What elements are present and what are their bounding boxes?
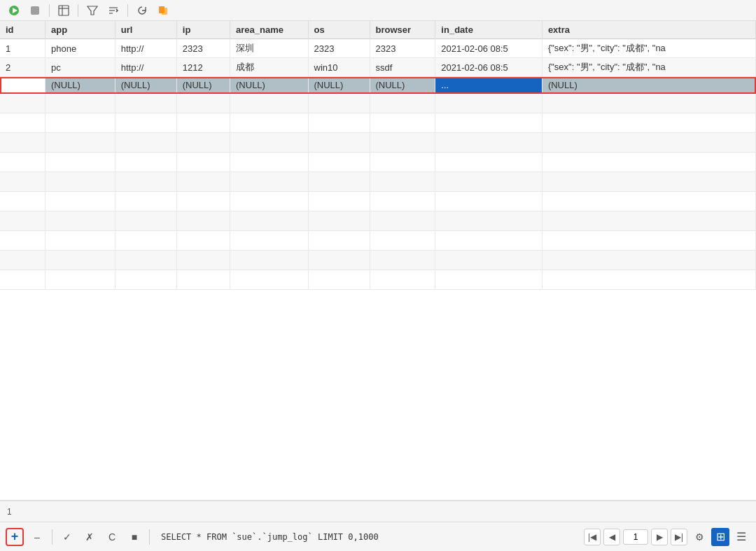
cancel-button[interactable]: ✗ [80,528,99,546]
svg-rect-2 [31,6,39,15]
cell-url[interactable]: http:// [115,39,176,58]
empty-row [0,231,756,251]
new-cell-id[interactable] [0,77,46,94]
stop-query-button[interactable]: ■ [125,528,144,546]
nav-controls: |◀ ◀ ▶ ▶| ⚙ ⊞ ☰ [584,528,750,546]
col-header-area-name[interactable]: area_name [230,21,308,39]
toolbar-separator-3 [127,4,128,17]
toolbar-separator-1 [49,4,50,17]
empty-row [0,133,756,153]
col-header-ip[interactable]: ip [176,21,230,39]
list-view-button[interactable]: ☰ [732,528,750,546]
new-id-input[interactable] [6,80,39,90]
new-cell-ip[interactable]: (NULL) [176,77,230,94]
new-cell-url[interactable]: (NULL) [115,77,176,94]
add-icon: + [11,529,19,544]
x-icon: ✗ [85,531,94,543]
cell-ip[interactable]: 1212 [176,58,230,77]
new-cell-in-date[interactable]: ... [435,77,542,94]
refresh-icon: C [108,531,115,543]
empty-row [0,113,756,133]
check-icon: ✓ [63,531,71,543]
col-header-id[interactable]: id [0,21,46,39]
col-header-os[interactable]: os [308,21,370,39]
cell-id[interactable]: 1 [0,39,46,58]
confirm-button[interactable]: ✓ [58,528,76,546]
empty-row [0,94,756,113]
cell-id[interactable]: 2 [0,58,46,77]
bottom-sep-2 [149,529,150,545]
table-row[interactable]: 2 pc http:// 1212 成都 win10 ssdf 2021-02-… [0,58,756,77]
cell-url[interactable]: http:// [115,58,176,77]
cell-extra[interactable]: {"sex": "男", "city": "成都", "na [542,39,755,58]
table-view-button[interactable] [55,3,72,18]
bottom-sep-1 [52,529,52,545]
new-cell-os[interactable]: (NULL) [308,77,370,94]
cell-area-name[interactable]: 成都 [230,58,308,77]
svg-marker-6 [88,6,97,15]
new-row[interactable]: (NULL) (NULL) (NULL) (NULL) (NULL) (NULL… [0,77,756,94]
remove-row-button[interactable]: – [28,528,46,546]
col-header-url[interactable]: url [115,21,176,39]
cell-in-date[interactable]: 2021-02-06 08:5 [435,39,542,58]
bottom-toolbar: + – ✓ ✗ C ■ SELECT * FROM `sue`.`jump_lo… [0,522,756,551]
stop-icon: ■ [132,531,137,543]
svg-rect-3 [59,6,69,15]
col-header-browser[interactable]: browser [370,21,435,39]
empty-row [0,270,756,290]
empty-row [0,211,756,231]
cell-browser[interactable]: 2323 [370,39,435,58]
empty-row [0,251,756,270]
new-cell-browser[interactable]: (NULL) [370,77,435,94]
prev-page-button[interactable]: ◀ [603,529,620,545]
svg-rect-11 [162,8,167,15]
table-container[interactable]: id app url ip area_name os browser in_da… [0,21,756,501]
last-page-button[interactable]: ▶| [671,529,687,545]
cell-os[interactable]: win10 [308,58,370,77]
col-header-extra[interactable]: extra [542,21,755,39]
cell-in-date[interactable]: 2021-02-06 08:5 [435,58,542,77]
empty-row [0,192,756,211]
empty-row [0,153,756,172]
new-cell-area-name[interactable]: (NULL) [230,77,308,94]
cell-area-name[interactable]: 深圳 [230,39,308,58]
sort-button[interactable] [105,3,122,18]
export-button[interactable] [155,3,172,18]
grid-view-button[interactable]: ⊞ [711,528,729,546]
status-bar: 1 [0,501,756,522]
col-header-app[interactable]: app [46,21,115,39]
empty-row [0,172,756,192]
cell-app[interactable]: phone [46,39,115,58]
settings-button[interactable]: ⚙ [690,528,708,546]
new-cell-app[interactable]: (NULL) [46,77,115,94]
data-table: id app url ip area_name os browser in_da… [0,21,756,290]
add-row-button[interactable]: + [6,528,24,546]
cell-browser[interactable]: ssdf [370,58,435,77]
page-number-input[interactable] [623,529,648,545]
cell-extra[interactable]: {"sex": "男", "city": "成都", "na [542,58,755,77]
table-row[interactable]: 1 phone http:// 2323 深圳 2323 2323 2021-0… [0,39,756,58]
cell-ip[interactable]: 2323 [176,39,230,58]
toolbar-separator-2 [78,4,78,17]
filter-button[interactable] [84,3,101,18]
top-toolbar [0,0,756,21]
cell-os[interactable]: 2323 [308,39,370,58]
next-page-button[interactable]: ▶ [651,529,668,545]
col-header-in-date[interactable]: in_date [435,21,542,39]
play-button[interactable] [6,3,22,18]
refresh-button[interactable] [134,3,150,18]
row-number: 1 [7,507,12,517]
cell-app[interactable]: pc [46,58,115,77]
first-page-button[interactable]: |◀ [584,529,601,545]
refresh-query-button[interactable]: C [103,528,121,546]
minus-icon: – [34,531,40,543]
sql-display: SELECT * FROM `sue`.`jump_log` LIMIT 0,1… [155,532,580,542]
new-cell-extra[interactable]: (NULL) [542,77,755,94]
stop-button[interactable] [27,3,43,18]
table-header-row: id app url ip area_name os browser in_da… [0,21,756,39]
